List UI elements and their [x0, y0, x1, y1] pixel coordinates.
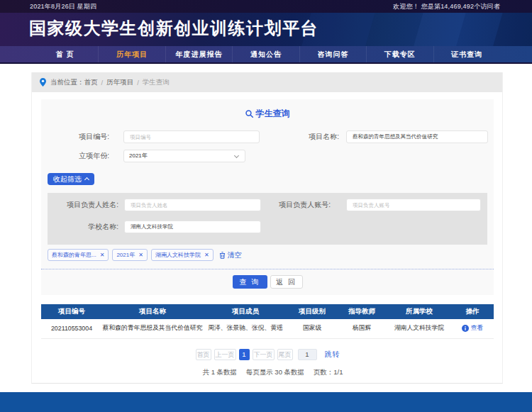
filter-tag-row: 蔡和森的青年思... ✕ 2021年 ✕ 湖南人文科技学院 ✕ 清空 — [48, 249, 242, 261]
pagination: 首页 上一页 1 下一页 尾页 跳转 — [32, 349, 502, 360]
advanced-filter-panel: 项目负责人姓名: 项目负责人账号: 学校名称: — [48, 193, 487, 245]
form-title-text: 学生查询 — [256, 108, 290, 118]
nav-item-downloads[interactable]: 下载专区 — [367, 46, 433, 62]
banner-decoration — [409, 13, 468, 46]
main-nav: 首 页 历年项目 年度进展报告 通知公告 咨询问答 下载专区 证书查询 — [0, 46, 532, 64]
current-date: 2021年8月26日 星期四 — [30, 2, 96, 11]
leader-account-input[interactable] — [346, 199, 481, 211]
breadcrumb-prefix: 当前位置： — [50, 78, 84, 87]
cell-teacher: 杨国辉 — [336, 319, 387, 338]
nav-item-qa[interactable]: 咨询问答 — [300, 46, 367, 62]
form-title: 学生查询 — [41, 108, 494, 120]
col-project-no: 项目编号 — [41, 304, 102, 319]
table-header-row: 项目编号 项目名称 项目成员 项目级别 指导教师 所属学校 操作 — [41, 304, 494, 319]
breadcrumb-student-query: 学生查询 — [143, 78, 170, 87]
project-name-label: 项目名称: — [271, 130, 339, 143]
clear-filters-button[interactable]: 清空 — [219, 250, 242, 260]
nav-item-annual-report[interactable]: 年度进展报告 — [166, 46, 233, 62]
collapse-button-label: 收起筛选 — [53, 174, 82, 184]
visitor-welcome: 欢迎您！ 您是第14,469,492个访问者 — [393, 2, 500, 11]
search-button[interactable]: 查 询 — [233, 275, 267, 289]
page-first-button[interactable]: 首页 — [196, 349, 211, 360]
nav-items: 首 页 历年项目 年度进展报告 通知公告 咨询问答 下载专区 证书查询 — [32, 46, 500, 62]
breadcrumb-past-projects[interactable]: 历年项目 — [106, 78, 133, 87]
nav-item-past-projects[interactable]: 历年项目 — [99, 46, 165, 62]
col-school: 所属学校 — [387, 304, 451, 319]
site-title: 国家级大学生创新创业训练计划平台 — [29, 17, 318, 40]
page-last-button[interactable]: 尾页 — [277, 349, 293, 360]
col-members: 项目成员 — [203, 304, 288, 319]
tag-label: 蔡和森的青年思... — [52, 251, 96, 259]
results-table: 项目编号 项目名称 项目成员 项目级别 指导教师 所属学校 操作 2021105… — [41, 304, 494, 339]
total-count: 共 1 条数据 — [203, 368, 238, 376]
back-button[interactable]: 返 回 — [270, 275, 303, 289]
filter-tag-project-name: 蔡和森的青年思... ✕ — [48, 249, 109, 261]
page-footer — [0, 392, 532, 412]
page-jump-input[interactable] — [298, 349, 317, 360]
leader-name-label: 项目负责人姓名: — [48, 199, 118, 211]
topbar: 2021年8月26日 星期四 欢迎您！ 您是第14,469,492个访问者 — [0, 0, 532, 13]
banner-decoration — [489, 13, 532, 46]
search-icon — [245, 110, 253, 118]
col-action: 操作 — [451, 304, 494, 319]
year-select[interactable]: 2021年 — [123, 150, 245, 162]
remove-tag-icon[interactable]: ✕ — [204, 252, 209, 258]
breadcrumb: 当前位置：首页 / 历年项目 / 学生查询 — [32, 72, 502, 92]
cell-action: 查看 — [451, 319, 494, 338]
trash-icon — [219, 252, 226, 259]
query-form-card: 学生查询 项目编号: 项目名称: 立项年份: 2021年 收起筛选 项目负责人姓… — [41, 99, 494, 295]
view-link-label: 查看 — [471, 324, 484, 333]
info-icon — [462, 325, 469, 332]
chevron-down-icon — [234, 153, 239, 158]
year-label: 立项年份: — [41, 150, 109, 162]
col-teacher: 指导教师 — [336, 304, 387, 319]
cell-school: 湖南人文科技学院 — [387, 319, 451, 338]
page-number-active[interactable]: 1 — [239, 349, 250, 360]
result-summary: 共 1 条数据 每页显示 30 条数据 页数：1/1 — [32, 368, 502, 377]
main-container: 当前位置：首页 / 历年项目 / 学生查询 学生查询 项目编号: 项目名称: 立… — [31, 72, 503, 384]
cell-project-name: 蔡和森的青年思想及其当代价值研究 — [102, 319, 203, 338]
tag-label: 2021年 — [116, 251, 135, 259]
page-prev-button[interactable]: 上一页 — [214, 349, 236, 360]
filter-tag-year: 2021年 ✕ — [112, 249, 148, 261]
breadcrumb-separator: / — [101, 79, 104, 87]
page-jump-button[interactable]: 跳转 — [325, 350, 340, 360]
view-detail-link[interactable]: 查看 — [462, 324, 484, 333]
breadcrumb-separator: / — [137, 79, 139, 87]
collapse-filter-button[interactable]: 收起筛选 — [48, 173, 94, 185]
site-banner: 国家级大学生创新创业训练计划平台 — [0, 13, 532, 46]
cell-project-no: 202110553004 — [41, 319, 102, 338]
col-project-name: 项目名称 — [102, 304, 203, 319]
cell-members: 周泽、张景驰、张倪、黄瑶 — [203, 319, 288, 338]
year-select-value: 2021年 — [129, 152, 148, 159]
project-no-label: 项目编号: — [41, 130, 109, 143]
school-name-input[interactable] — [124, 221, 261, 233]
project-name-input[interactable] — [346, 130, 488, 143]
remove-tag-icon[interactable]: ✕ — [138, 252, 143, 258]
per-page-count: 每页显示 30 条数据 — [246, 368, 304, 376]
breadcrumb-home[interactable]: 首页 — [84, 78, 98, 87]
school-name-label: 学校名称: — [48, 221, 118, 233]
leader-account-label: 项目负责人账号: — [260, 199, 331, 211]
form-actions: 查 询 返 回 — [41, 275, 494, 289]
clear-button-label: 清空 — [228, 250, 242, 260]
tag-label: 湖南人文科技学院 — [155, 251, 201, 259]
nav-item-home[interactable]: 首 页 — [32, 46, 99, 62]
dotted-divider — [41, 269, 494, 269]
cell-level: 国家级 — [288, 319, 336, 338]
nav-item-certificate[interactable]: 证书查询 — [434, 46, 500, 62]
chevron-up-icon — [84, 177, 89, 182]
nav-item-notices[interactable]: 通知公告 — [233, 46, 299, 62]
project-no-input[interactable] — [123, 130, 260, 143]
location-pin-icon — [40, 78, 46, 87]
page-next-button[interactable]: 下一页 — [253, 349, 275, 360]
col-level: 项目级别 — [288, 304, 336, 319]
remove-tag-icon[interactable]: ✕ — [100, 252, 105, 258]
leader-name-input[interactable] — [124, 199, 261, 211]
filter-tag-school: 湖南人文科技学院 ✕ — [151, 249, 214, 261]
table-row: 202110553004 蔡和森的青年思想及其当代价值研究 周泽、张景驰、张倪、… — [41, 319, 494, 338]
page-count: 页数：1/1 — [314, 368, 343, 376]
